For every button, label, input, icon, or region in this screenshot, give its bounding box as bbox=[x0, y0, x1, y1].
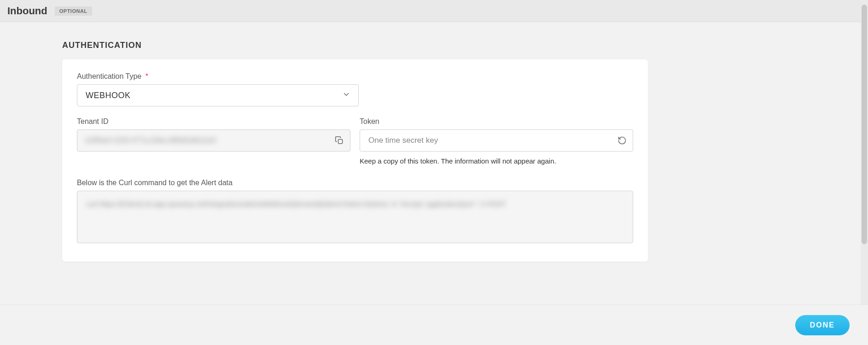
auth-type-label: Authentication Type * bbox=[77, 72, 633, 81]
tenant-id-label: Tenant ID bbox=[77, 117, 350, 126]
optional-badge: OPTIONAL bbox=[55, 6, 92, 16]
authentication-card: Authentication Type * WEBHOOK Tenant ID … bbox=[62, 59, 648, 262]
token-label: Token bbox=[360, 117, 633, 126]
copy-icon[interactable] bbox=[335, 136, 344, 145]
footer-bar: DONE bbox=[0, 304, 868, 345]
token-column: Token Keep a copy of this token. The inf… bbox=[360, 117, 633, 165]
tenant-id-value: b2ff0aH-S2f3-477a-b3ba-899d5d8cb2ef bbox=[86, 136, 216, 145]
scrollbar-track[interactable] bbox=[861, 0, 868, 304]
done-button[interactable]: DONE bbox=[795, 315, 850, 335]
scrollbar-thumb[interactable] bbox=[862, 5, 867, 244]
auth-type-label-text: Authentication Type bbox=[77, 72, 141, 80]
required-indicator: * bbox=[146, 72, 148, 80]
curl-command-box: curl https://{Client}.int.app.opsramp.ne… bbox=[77, 191, 633, 243]
tenant-id-input: b2ff0aH-S2f3-477a-b3ba-899d5d8cb2ef bbox=[77, 129, 350, 152]
svg-rect-0 bbox=[338, 140, 343, 144]
content-inner: AUTHENTICATION Authentication Type * WEB… bbox=[62, 41, 648, 262]
auth-type-select[interactable]: WEBHOOK bbox=[77, 84, 359, 106]
auth-type-select-value: WEBHOOK bbox=[77, 84, 359, 106]
page-title: Inbound bbox=[7, 5, 47, 17]
tenant-id-input-wrap: b2ff0aH-S2f3-477a-b3ba-899d5d8cb2ef bbox=[77, 129, 350, 152]
two-column-row: Tenant ID b2ff0aH-S2f3-477a-b3ba-899d5d8… bbox=[77, 117, 633, 165]
section-title: AUTHENTICATION bbox=[62, 41, 648, 50]
token-input-wrap bbox=[360, 129, 633, 152]
curl-label: Below is the Curl command to get the Ale… bbox=[77, 179, 633, 187]
content-area: AUTHENTICATION Authentication Type * WEB… bbox=[0, 22, 868, 304]
token-input[interactable] bbox=[360, 129, 633, 152]
header-bar: Inbound OPTIONAL bbox=[0, 0, 868, 22]
regenerate-icon[interactable] bbox=[618, 136, 627, 145]
token-helper-text: Keep a copy of this token. The informati… bbox=[360, 157, 633, 165]
tenant-id-column: Tenant ID b2ff0aH-S2f3-477a-b3ba-899d5d8… bbox=[77, 117, 350, 165]
curl-command-text: curl https://{Client}.int.app.opsramp.ne… bbox=[87, 200, 506, 208]
